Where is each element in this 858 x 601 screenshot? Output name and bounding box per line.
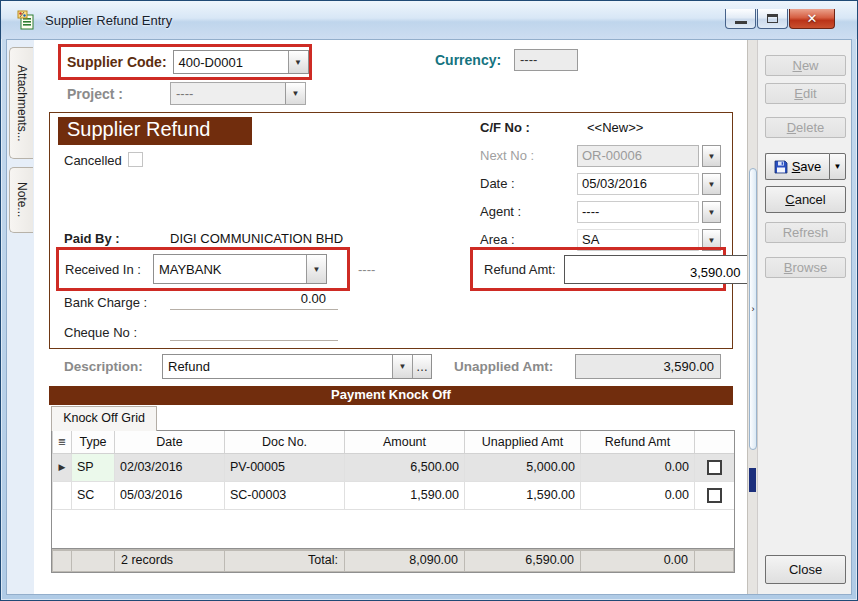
col-amount[interactable]: Amount xyxy=(345,431,465,453)
agent-field[interactable]: ---- xyxy=(577,201,699,223)
table-row[interactable]: ▶SP02/03/2016PV-000056,500.005,000.000.0… xyxy=(53,453,735,481)
description-label: Description: xyxy=(64,359,143,374)
col-unapplied-amt[interactable]: Unapplied Amt xyxy=(465,431,581,453)
table-row[interactable]: SC05/03/2016SC-000031,590.001,590.000.00 xyxy=(53,481,735,509)
cell-amount[interactable]: 6,500.00 xyxy=(345,453,465,481)
agent-dropdown-icon[interactable]: ▼ xyxy=(702,201,721,223)
refresh-button[interactable]: Refresh xyxy=(765,222,846,243)
col-type[interactable]: Type xyxy=(72,431,115,453)
window-title: Supplier Refund Entry xyxy=(45,13,172,28)
save-button[interactable]: Save xyxy=(765,153,829,180)
project-dropdown-icon[interactable]: ▼ xyxy=(285,83,305,104)
new-button[interactable]: New xyxy=(765,55,846,76)
description-value: Refund xyxy=(163,359,392,374)
cell-amount[interactable]: 1,590.00 xyxy=(345,481,465,509)
description-combo[interactable]: Refund ▼ … xyxy=(162,354,432,379)
col-doc-no[interactable]: Doc No. xyxy=(225,431,345,453)
grid-footer: 2 records Total: 8,090.00 6,590.00 0.00 xyxy=(52,548,734,572)
agent-label: Agent : xyxy=(480,204,521,219)
supplier-code-value: 400-D0001 xyxy=(174,55,288,70)
cell-type[interactable]: SP xyxy=(72,453,115,481)
footer-type-cell xyxy=(72,551,114,571)
side-tab-strip: Attachments... Note... xyxy=(7,40,34,594)
supplier-code-label: Supplier Code: xyxy=(61,54,167,70)
next-no-dropdown-icon[interactable]: ▼ xyxy=(702,145,721,167)
refund-amt-highlight: Refund Amt: xyxy=(470,247,726,291)
row-checkbox[interactable] xyxy=(707,460,722,475)
tab-note-label: Note... xyxy=(15,182,29,217)
received-in-dropdown-icon[interactable]: ▼ xyxy=(306,255,326,283)
unapplied-amt-field: 3,590.00 xyxy=(575,354,721,379)
maximize-button[interactable] xyxy=(757,9,788,29)
cheque-no-field[interactable] xyxy=(170,321,338,341)
row-checkbox[interactable] xyxy=(707,488,722,503)
splitter-scroll-thumb[interactable] xyxy=(749,468,756,492)
cell-doc-no[interactable]: PV-00005 xyxy=(225,453,345,481)
area-value: SA xyxy=(582,232,599,247)
app-icon xyxy=(17,10,37,30)
supplier-refund-entry-window: Supplier Refund Entry ✕ Attachments... N… xyxy=(0,0,858,601)
next-no-field: OR-00006 xyxy=(577,145,699,167)
refund-total: 0.00 xyxy=(581,551,694,571)
cell-refund-amt[interactable]: 0.00 xyxy=(581,453,695,481)
supplier-refund-banner: Supplier Refund xyxy=(58,117,252,145)
panel-splitter[interactable]: › xyxy=(747,40,757,594)
grid-menu-icon[interactable]: ≣ xyxy=(53,431,72,453)
supplier-code-combo[interactable]: 400-D0001 ▼ xyxy=(173,50,309,74)
cell-unapplied-amt[interactable]: 5,000.00 xyxy=(465,453,581,481)
refund-amt-input[interactable] xyxy=(564,255,748,284)
tab-knock-off-grid[interactable]: Knock Off Grid xyxy=(51,406,157,431)
unapplied-amt-value: 3,590.00 xyxy=(663,359,714,374)
description-dropdown-icon[interactable]: ▼ xyxy=(392,355,412,378)
maximize-icon xyxy=(767,14,778,23)
knock-off-table-body: ▶SP02/03/2016PV-000056,500.005,000.000.0… xyxy=(53,453,735,509)
currency-label: Currency: xyxy=(435,52,501,68)
cell-doc-no[interactable]: SC-00003 xyxy=(225,481,345,509)
delete-button[interactable]: Delete xyxy=(765,117,846,138)
cf-no-label: C/F No : xyxy=(480,120,530,135)
project-value: ---- xyxy=(171,86,285,101)
cell-date[interactable]: 02/03/2016 xyxy=(115,453,225,481)
browse-button[interactable]: Browse xyxy=(765,257,846,278)
save-dropdown-icon[interactable]: ▼ xyxy=(829,153,846,180)
tab-note[interactable]: Note... xyxy=(9,167,33,233)
edit-button[interactable]: Edit xyxy=(765,83,846,104)
col-date[interactable]: Date xyxy=(115,431,225,453)
currency-value: ---- xyxy=(520,52,537,67)
close-window-button[interactable]: ✕ xyxy=(789,9,835,29)
project-combo[interactable]: ---- ▼ xyxy=(170,82,306,105)
cancelled-checkbox[interactable] xyxy=(128,152,143,167)
row-indicator-icon: ▶ xyxy=(53,453,72,481)
received-in-label: Received In : xyxy=(65,262,141,277)
close-button[interactable]: Close xyxy=(765,555,846,584)
cell-date[interactable]: 05/03/2016 xyxy=(115,481,225,509)
date-field[interactable]: 05/03/2016 xyxy=(577,173,699,195)
date-dropdown-icon[interactable]: ▼ xyxy=(702,173,721,195)
col-refund-amt[interactable]: Refund Amt xyxy=(581,431,695,453)
received-in-combo[interactable]: MAYBANK ▼ xyxy=(153,254,327,284)
cell-unapplied-amt[interactable]: 1,590.00 xyxy=(465,481,581,509)
grid-header-row: ≣ Type Date Doc No. Amount Unapplied Amt… xyxy=(53,431,735,453)
splitter-collapse-handle[interactable]: › xyxy=(749,168,757,450)
save-split-button: Save ▼ xyxy=(765,153,846,180)
currency-field: ---- xyxy=(514,49,578,71)
bank-charge-label: Bank Charge : xyxy=(64,295,147,310)
refund-amt-label: Refund Amt: xyxy=(484,262,556,277)
chevron-right-icon: › xyxy=(752,304,755,314)
cell-refund-amt[interactable]: 0.00 xyxy=(581,481,695,509)
minimize-button[interactable] xyxy=(725,9,756,29)
titlebar[interactable]: Supplier Refund Entry ✕ xyxy=(1,1,857,39)
description-ellipsis-button[interactable]: … xyxy=(412,355,431,378)
form-content: Supplier Code: 400-D0001 ▼ Currency: ---… xyxy=(34,40,747,594)
cell-knock-off-check xyxy=(695,481,735,509)
next-no-value: OR-00006 xyxy=(582,148,642,163)
agent-value: ---- xyxy=(582,204,599,219)
save-icon xyxy=(774,160,788,174)
supplier-code-dropdown-icon[interactable]: ▼ xyxy=(288,51,308,73)
knock-off-grid: ≣ Type Date Doc No. Amount Unapplied Amt… xyxy=(51,430,735,573)
tab-attachments[interactable]: Attachments... xyxy=(9,47,33,159)
cancel-button[interactable]: Cancel xyxy=(765,186,846,213)
cell-type[interactable]: SC xyxy=(72,481,115,509)
bank-charge-field[interactable]: 0.00 xyxy=(170,290,338,310)
cell-knock-off-check xyxy=(695,453,735,481)
